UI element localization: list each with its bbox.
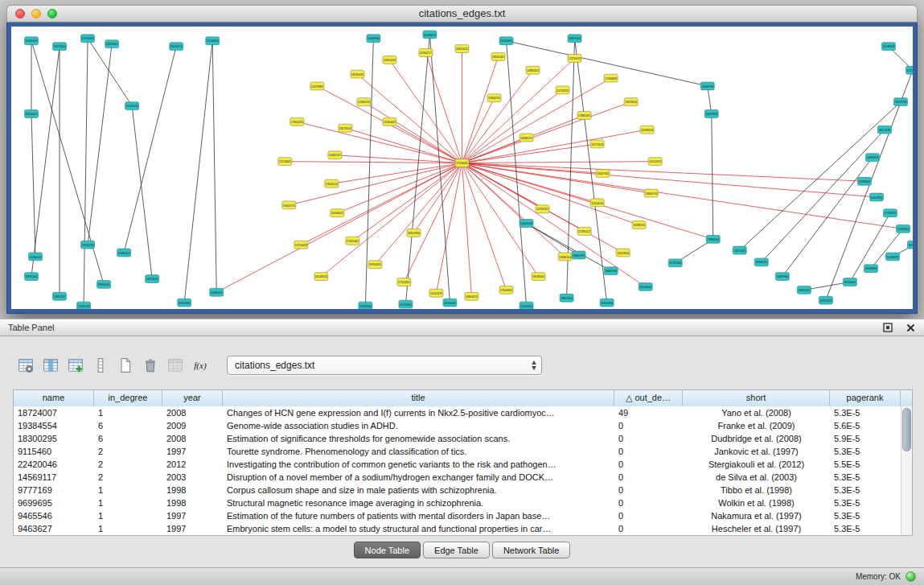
graph-node[interactable]: 15894104 xyxy=(558,253,572,261)
graph-node[interactable]: 12945210 xyxy=(357,98,371,106)
graph-node[interactable]: 13220758 xyxy=(893,98,907,106)
graph-node[interactable]: 19873205 xyxy=(560,294,573,302)
cell-in_degree[interactable]: 6 xyxy=(94,419,162,432)
graph-node[interactable]: 21704563 xyxy=(81,35,95,43)
cell-short[interactable]: Nakamura et al. (1997) xyxy=(683,509,830,522)
cell-title[interactable]: Structural magnetic resonance image aver… xyxy=(223,496,614,509)
cell-short[interactable]: Yano et al. (2008) xyxy=(683,406,830,419)
graph-node[interactable]: 22064217 xyxy=(419,49,433,57)
table-row[interactable]: 1872400712008Changes of HCN gene express… xyxy=(14,406,912,419)
graph-node[interactable]: 20314475 xyxy=(25,110,39,118)
graph-node[interactable]: 25260150 xyxy=(29,253,43,261)
delete-column-icon[interactable] xyxy=(89,355,112,376)
minimize-button[interactable] xyxy=(31,9,41,19)
cell-name[interactable]: 22420046 xyxy=(14,458,94,471)
graph-node[interactable]: 11693254 xyxy=(640,126,654,134)
graph-node[interactable]: 18660792 xyxy=(572,251,585,259)
cell-short[interactable]: de Silva et al. (2003) xyxy=(683,471,830,484)
graph-node[interactable]: 11504016 xyxy=(590,199,604,207)
table-row[interactable]: 1456911722003Disruption of a novel membe… xyxy=(14,471,912,484)
cell-name[interactable]: 9115460 xyxy=(14,445,94,458)
graph-node[interactable]: 10924503 xyxy=(819,296,832,304)
graph-node[interactable]: 13087934 xyxy=(604,267,618,275)
cell-short[interactable]: Stergiakouli et al. (2012) xyxy=(683,458,830,471)
cell-out_degree[interactable]: 0 xyxy=(614,419,683,432)
graph-node[interactable]: 18015301 xyxy=(25,273,39,281)
graph-node[interactable]: 17893016 xyxy=(706,235,720,243)
cell-short[interactable]: Hescheler et al. (1997) xyxy=(683,522,830,535)
table-row[interactable]: 1830029562008Estimation of significance … xyxy=(14,432,912,445)
graph-node[interactable]: 12034514 xyxy=(896,225,910,233)
graph-node[interactable]: 16451108 xyxy=(519,220,533,228)
cell-out_degree[interactable]: 0 xyxy=(614,484,683,496)
cell-pagerank[interactable]: 5.3E-5 xyxy=(830,522,901,535)
graph-node[interactable]: 13901537 xyxy=(53,292,67,300)
cell-pagerank[interactable]: 5.3E-5 xyxy=(830,406,901,419)
cell-out_degree[interactable]: 0 xyxy=(614,509,683,522)
graph-node[interactable]: 19448794 xyxy=(700,82,714,90)
table-selector-dropdown[interactable]: citations_edges.txt xyxy=(227,356,542,375)
cell-pagerank[interactable]: 5.3E-5 xyxy=(830,471,901,484)
table-row[interactable]: 969969511998Structural magnetic resonanc… xyxy=(14,496,912,509)
graph-node[interactable]: 19764311 xyxy=(368,261,382,269)
graph-node[interactable]: 17604235 xyxy=(290,117,304,126)
graph-node[interactable]: 21046835 xyxy=(885,253,899,261)
table-row[interactable]: 946554611997Estimation of the future num… xyxy=(14,509,912,522)
graph-node[interactable]: 14150475 xyxy=(429,289,443,297)
float-panel-icon[interactable] xyxy=(882,322,893,333)
cell-pagerank[interactable]: 5.6E-5 xyxy=(830,419,901,432)
show-columns-icon[interactable] xyxy=(39,355,62,376)
cell-in_degree[interactable]: 2 xyxy=(94,445,162,458)
cell-year[interactable]: 2008 xyxy=(162,406,223,419)
column-header-year[interactable]: year xyxy=(162,390,223,406)
column-header-out_degree[interactable]: △ out_de… xyxy=(614,390,683,406)
window-titlebar[interactable]: citations_edges.txt xyxy=(6,5,918,23)
graph-node[interactable]: 10985425 xyxy=(210,288,224,296)
graph-node[interactable]: 11095413 xyxy=(117,249,131,257)
graph-node[interactable]: 10871342 xyxy=(568,35,581,43)
cell-short[interactable]: Wolkin et al. (1998) xyxy=(683,496,830,509)
cell-year[interactable]: 2009 xyxy=(162,419,223,432)
graph-node[interactable]: 12675431 xyxy=(733,246,746,254)
cell-short[interactable]: Franke et al. (2009) xyxy=(683,419,830,432)
graph-node[interactable]: 12504932 xyxy=(499,286,513,294)
graph-node[interactable]: 14435871 xyxy=(865,154,879,162)
graph-node[interactable]: 19156234 xyxy=(81,241,95,249)
table-mode-icon[interactable] xyxy=(14,355,37,376)
tab-network-table[interactable]: Network Table xyxy=(492,542,571,558)
graph-node[interactable]: 11259402 xyxy=(278,158,292,166)
create-column-icon[interactable] xyxy=(64,355,87,376)
graph-node[interactable]: 15682147 xyxy=(328,151,342,159)
cell-name[interactable]: 19384554 xyxy=(14,419,94,432)
cell-name[interactable]: 9463627 xyxy=(14,522,94,535)
graph-node[interactable]: 11315462 xyxy=(346,237,359,245)
table-row[interactable]: 911546021997Tourette syndrome. Phenomeno… xyxy=(14,445,912,458)
graph-node[interactable]: 18223504 xyxy=(53,43,67,51)
import-table-icon[interactable] xyxy=(164,355,187,376)
cell-name[interactable]: 18300295 xyxy=(14,432,94,445)
table-row[interactable]: 946362711997Embryonic stem cells: a mode… xyxy=(14,522,912,535)
graph-node[interactable]: 18245067 xyxy=(843,278,856,286)
graph-node[interactable]: 12610032 xyxy=(383,56,396,64)
graph-node[interactable]: 18530426 xyxy=(351,70,364,78)
graph-node[interactable]: 15581203 xyxy=(125,102,139,110)
network-canvas[interactable]: 1853042612610032220642171681562219565182… xyxy=(11,27,913,309)
graph-node[interactable]: 13504216 xyxy=(325,179,339,187)
graph-node[interactable]: 16774058 xyxy=(907,241,913,249)
cell-out_degree[interactable]: 0 xyxy=(614,496,683,509)
graph-node[interactable]: 14782051 xyxy=(536,205,549,213)
column-header-name[interactable]: name xyxy=(14,390,94,406)
cell-out_degree[interactable]: 0 xyxy=(614,445,683,458)
cell-title[interactable]: Tourette syndrome. Phenomenology and cla… xyxy=(223,445,614,458)
new-table-icon[interactable] xyxy=(114,355,137,376)
cell-pagerank[interactable]: 5.3E-5 xyxy=(830,445,901,458)
graph-node[interactable]: 18345062 xyxy=(443,299,457,307)
graph-node[interactable]: 15762340 xyxy=(668,259,682,267)
graph-node[interactable]: 16102474 xyxy=(648,158,662,166)
cell-year[interactable]: 1998 xyxy=(162,496,223,509)
graph-node[interactable]: 13568920 xyxy=(864,265,877,273)
graph-node[interactable]: 10936215 xyxy=(519,134,533,142)
graph-node[interactable]: 14087562 xyxy=(775,273,789,281)
cell-out_degree[interactable]: 0 xyxy=(614,522,683,535)
cell-pagerank[interactable]: 5.9E-5 xyxy=(830,432,901,445)
